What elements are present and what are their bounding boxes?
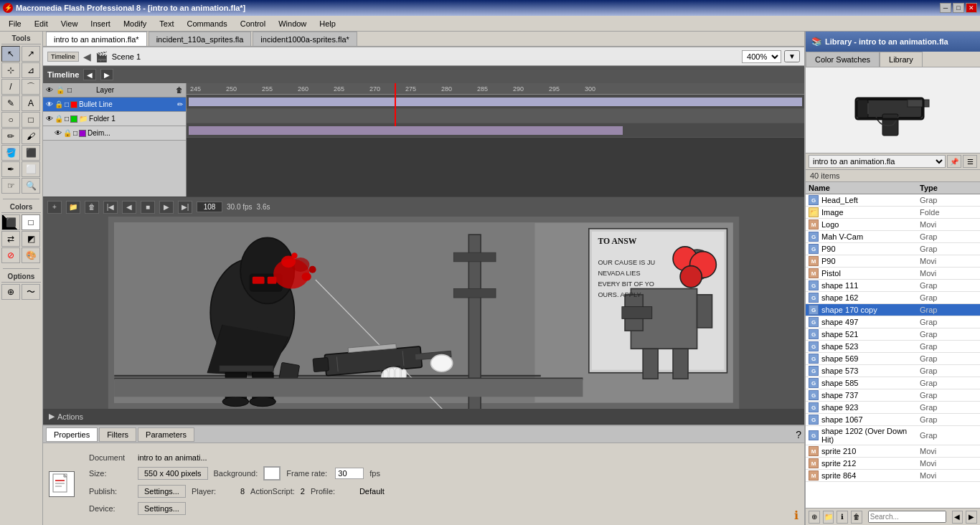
stroke-color[interactable]: ⬛	[1, 214, 20, 230]
props-fps-input[interactable]	[335, 468, 364, 479]
lib-item[interactable]: Msprite 212Movi	[806, 458, 980, 470]
lib-item[interactable]: 📁ImageFolde	[806, 207, 980, 219]
lib-item[interactable]: Gshape 162Grap	[806, 292, 980, 304]
menu-help[interactable]: Help	[314, 18, 341, 29]
menu-text[interactable]: Text	[154, 18, 179, 29]
tab-intro[interactable]: intro to an animation.fla*	[46, 32, 147, 46]
no-stroke[interactable]: 🎨	[22, 247, 40, 263]
tab-parameters[interactable]: Parameters	[138, 427, 194, 442]
menu-view[interactable]: View	[55, 18, 84, 29]
tool-inkbucket[interactable]: 🪣	[1, 145, 20, 161]
props-info-btn[interactable]: ℹ	[794, 509, 798, 522]
tool-eyedropper[interactable]: ✒	[1, 161, 20, 177]
playhead[interactable]	[395, 83, 396, 126]
tab-incident110a[interactable]: incident_110a_sprites.fla	[149, 32, 252, 46]
lib-item[interactable]: Gshape 170 copyGrap	[806, 304, 980, 316]
lib-new-folder-btn[interactable]: 📁	[823, 511, 834, 524]
lib-item[interactable]: MP90Movi	[806, 255, 980, 268]
lib-scroll-up[interactable]: ◀	[952, 511, 963, 524]
tab-color-swatches[interactable]: Color Swatches	[806, 52, 880, 67]
lib-properties-btn[interactable]: ℹ	[837, 511, 848, 524]
tl-play[interactable]: ▶	[159, 201, 174, 214]
tool-line[interactable]: /	[1, 79, 20, 95]
lib-item[interactable]: Gshape 497Grap	[806, 316, 980, 328]
lib-item[interactable]: Msprite 864Movi	[806, 470, 980, 482]
timeline-toggle[interactable]: Timeline	[47, 52, 79, 62]
zoom-fit-btn[interactable]: ▼	[784, 50, 800, 62]
tab-incident1000a[interactable]: incident1000a-sprites.fla*	[253, 32, 357, 46]
menu-modify[interactable]: Modify	[118, 18, 152, 29]
lib-item[interactable]: Gshape 1067Grap	[806, 414, 980, 426]
lib-item[interactable]: Gshape 923Grap	[806, 402, 980, 414]
lib-new-symbol-btn[interactable]: ⊕	[809, 511, 820, 524]
lib-item[interactable]: Gshape 1202 (Over Down Hit)Grap	[806, 426, 980, 445]
lib-item[interactable]: GMah V-CamGrap	[806, 231, 980, 243]
tool-zoom[interactable]: 🔍	[22, 178, 40, 194]
tool-subselect[interactable]: ↗	[22, 46, 40, 62]
lib-item[interactable]: Gshape 573Grap	[806, 365, 980, 377]
props-help[interactable]: ?	[796, 429, 801, 440]
tool-pen[interactable]: ✎	[1, 95, 20, 111]
lib-item[interactable]: MPistolMovi	[806, 268, 980, 280]
menu-control[interactable]: Control	[235, 18, 271, 29]
lib-search-input[interactable]	[868, 511, 946, 523]
swap-colors[interactable]: ⇄	[1, 231, 20, 247]
tl-play-back[interactable]: ◀	[122, 201, 136, 214]
no-fill[interactable]: ⊘	[1, 247, 20, 263]
tool-lasso[interactable]: ⌒	[22, 79, 40, 95]
tl-new-layer[interactable]: +	[47, 201, 62, 214]
tool-hand[interactable]: ☞	[1, 178, 20, 194]
lib-options-btn[interactable]: ☰	[963, 155, 977, 168]
lib-item[interactable]: Gshape 585Grap	[806, 377, 980, 389]
tl-stop[interactable]: ■	[141, 201, 155, 214]
lib-item[interactable]: Msprite 210Movi	[806, 445, 980, 458]
lib-pin-btn[interactable]: 📌	[947, 155, 961, 168]
close-button[interactable]: ✕	[966, 3, 977, 13]
menu-commands[interactable]: Commands	[181, 18, 232, 29]
tl-new-folder[interactable]: 📁	[66, 201, 80, 214]
tool-arrow[interactable]: ↖	[1, 46, 20, 62]
props-settings-btn1[interactable]: Settings...	[138, 485, 186, 498]
menu-window[interactable]: Window	[273, 18, 312, 29]
tl-play-prev[interactable]: |◀	[103, 201, 118, 214]
lib-item[interactable]: Gshape 521Grap	[806, 328, 980, 341]
tl-nav-prev[interactable]: ◀	[83, 69, 96, 80]
tab-properties[interactable]: Properties	[46, 427, 98, 442]
snap-to-objects[interactable]: ⊕	[1, 284, 20, 300]
tool-eraser[interactable]: ⬜	[22, 161, 40, 177]
lib-item[interactable]: MLogoMovi	[806, 219, 980, 231]
lib-delete-btn[interactable]: 🗑	[851, 511, 862, 524]
tool-oval[interactable]: ○	[1, 112, 20, 128]
menu-edit[interactable]: Edit	[29, 18, 54, 29]
tool-brush[interactable]: 🖌	[22, 128, 40, 144]
layer-deim[interactable]: 👁 🔒 □ Deim...	[43, 126, 186, 141]
tl-delete-layer[interactable]: 🗑	[85, 201, 99, 214]
lib-item[interactable]: GHead_LeftGrap	[806, 194, 980, 207]
fill-color[interactable]: □	[22, 214, 40, 230]
props-size-btn[interactable]: 550 x 400 pixels	[138, 467, 208, 480]
props-bg-color[interactable]	[263, 466, 281, 481]
tool-pencil[interactable]: ✏	[1, 128, 20, 144]
layer-folder1[interactable]: 👁 🔒 □ 📁 Folder 1	[43, 112, 186, 126]
lib-item[interactable]: Gshape 523Grap	[806, 341, 980, 353]
maximize-button[interactable]: □	[953, 3, 964, 13]
lib-scroll-down[interactable]: ▶	[966, 511, 977, 524]
props-settings-btn2[interactable]: Settings...	[138, 502, 186, 515]
tl-nav-next[interactable]: ▶	[100, 69, 113, 80]
tab-library[interactable]: Library	[880, 52, 923, 67]
tool-text[interactable]: A	[22, 95, 40, 111]
lib-file-select[interactable]: intro to an animation.fla	[809, 155, 946, 168]
lib-item[interactable]: Gshape 111Grap	[806, 280, 980, 292]
tl-play-next[interactable]: ▶|	[178, 201, 192, 214]
lib-item[interactable]: Gshape 569Grap	[806, 353, 980, 365]
canvas-area[interactable]: TO ANSW OUR CAUSE IS JU NEVADA LIES EVER…	[43, 217, 804, 409]
menu-file[interactable]: File	[3, 18, 27, 29]
tab-filters[interactable]: Filters	[99, 427, 136, 442]
smooth[interactable]: 〜	[22, 284, 40, 300]
tool-freetransform[interactable]: ⊹	[1, 62, 20, 78]
minimize-button[interactable]: ─	[940, 3, 951, 13]
lib-item[interactable]: GP90Grap	[806, 243, 980, 255]
lib-item[interactable]: Gshape 737Grap	[806, 389, 980, 402]
tool-paintbucket[interactable]: ⬛	[22, 145, 40, 161]
menu-insert[interactable]: Insert	[85, 18, 116, 29]
